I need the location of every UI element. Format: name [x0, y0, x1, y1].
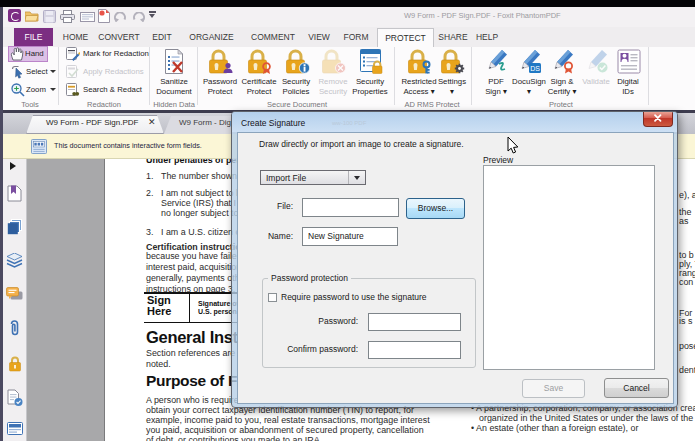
svg-text:DS: DS — [530, 65, 540, 72]
